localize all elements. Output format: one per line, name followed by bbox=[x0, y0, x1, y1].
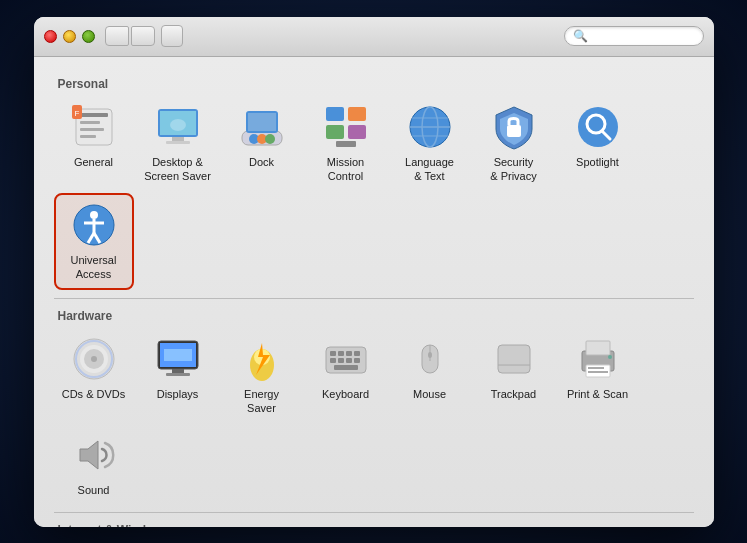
svg-rect-46 bbox=[172, 369, 184, 373]
pref-item-sound[interactable]: Sound bbox=[54, 425, 134, 503]
section-label-1: Hardware bbox=[58, 309, 694, 323]
svg-rect-18 bbox=[326, 107, 344, 121]
pref-icon-sound bbox=[70, 431, 118, 479]
pref-label-energy: Energy Saver bbox=[244, 387, 279, 416]
minimize-button[interactable] bbox=[63, 30, 76, 43]
pref-icon-spotlight bbox=[574, 103, 622, 151]
svg-point-29 bbox=[578, 107, 618, 147]
pref-item-dock[interactable]: Dock bbox=[222, 97, 302, 190]
show-all-button[interactable] bbox=[161, 25, 183, 47]
svg-rect-55 bbox=[354, 351, 360, 356]
svg-point-17 bbox=[265, 134, 275, 144]
search-input[interactable] bbox=[592, 29, 695, 43]
pref-label-language: Language & Text bbox=[405, 155, 454, 184]
pref-item-displays[interactable]: Displays bbox=[138, 329, 218, 422]
icon-grid-1: CDs & DVDs Displays Energy Saver Keyboar… bbox=[54, 329, 694, 504]
pref-icon-language bbox=[406, 103, 454, 151]
svg-rect-52 bbox=[330, 351, 336, 356]
pref-label-spotlight: Spotlight bbox=[576, 155, 619, 169]
section-label-2: Internet & Wireless bbox=[58, 523, 694, 527]
pref-icon-security bbox=[490, 103, 538, 151]
pref-item-print[interactable]: Print & Scan bbox=[558, 329, 638, 422]
divider-1 bbox=[54, 512, 694, 513]
svg-point-63 bbox=[428, 352, 432, 358]
pref-icon-trackpad bbox=[490, 335, 538, 383]
svg-rect-47 bbox=[166, 373, 190, 376]
nav-buttons bbox=[105, 26, 155, 46]
pref-item-universal[interactable]: Universal Access bbox=[54, 193, 134, 290]
section-internet---wireless: Internet & Wireless iCloud @ Mail, Conta… bbox=[54, 523, 694, 527]
svg-marker-72 bbox=[80, 441, 98, 469]
pref-item-spotlight[interactable]: Spotlight bbox=[558, 97, 638, 190]
svg-rect-54 bbox=[346, 351, 352, 356]
pref-item-energy[interactable]: Energy Saver bbox=[222, 329, 302, 422]
pref-item-mission[interactable]: Mission Control bbox=[306, 97, 386, 190]
svg-rect-70 bbox=[588, 371, 608, 373]
svg-point-71 bbox=[608, 355, 612, 359]
pref-icon-mission bbox=[322, 103, 370, 151]
pref-label-universal: Universal Access bbox=[71, 253, 117, 282]
svg-rect-28 bbox=[507, 125, 521, 137]
svg-rect-4 bbox=[80, 135, 96, 138]
svg-rect-1 bbox=[80, 113, 108, 117]
pref-item-keyboard[interactable]: Keyboard bbox=[306, 329, 386, 422]
pref-label-trackpad: Trackpad bbox=[491, 387, 536, 401]
forward-button[interactable] bbox=[131, 26, 155, 46]
pref-icon-print bbox=[574, 335, 622, 383]
pref-item-general[interactable]: F General bbox=[54, 97, 134, 190]
svg-rect-59 bbox=[354, 358, 360, 363]
pref-label-mouse: Mouse bbox=[413, 387, 446, 401]
pref-label-displays: Displays bbox=[157, 387, 199, 401]
close-button[interactable] bbox=[44, 30, 57, 43]
svg-rect-67 bbox=[586, 341, 610, 355]
search-box[interactable]: 🔍 bbox=[564, 26, 704, 46]
pref-icon-displays bbox=[154, 335, 202, 383]
pref-item-mouse[interactable]: Mouse bbox=[390, 329, 470, 422]
pref-label-dock: Dock bbox=[249, 155, 274, 169]
pref-icon-general: F bbox=[70, 103, 118, 151]
maximize-button[interactable] bbox=[82, 30, 95, 43]
pref-icon-dock bbox=[238, 103, 286, 151]
pref-label-cds: CDs & DVDs bbox=[62, 387, 126, 401]
pref-icon-mouse bbox=[406, 335, 454, 383]
pref-label-security: Security & Privacy bbox=[490, 155, 536, 184]
section-hardware: Hardware CDs & DVDs Displays Energy Save… bbox=[54, 309, 694, 513]
pref-item-trackpad[interactable]: Trackpad bbox=[474, 329, 554, 422]
svg-rect-57 bbox=[338, 358, 344, 363]
pref-icon-cds bbox=[70, 335, 118, 383]
svg-rect-69 bbox=[588, 367, 604, 369]
svg-rect-2 bbox=[80, 121, 100, 124]
pref-item-cds[interactable]: CDs & DVDs bbox=[54, 329, 134, 422]
svg-rect-56 bbox=[330, 358, 336, 363]
svg-rect-3 bbox=[80, 128, 104, 131]
svg-rect-22 bbox=[336, 141, 356, 147]
pref-icon-keyboard bbox=[322, 335, 370, 383]
pref-item-language[interactable]: Language & Text bbox=[390, 97, 470, 190]
section-personal: Personal F General Desktop & Screen Save… bbox=[54, 77, 694, 299]
svg-point-33 bbox=[90, 211, 98, 219]
search-icon: 🔍 bbox=[573, 29, 588, 43]
section-label-0: Personal bbox=[58, 77, 694, 91]
svg-rect-19 bbox=[348, 107, 366, 121]
pref-label-mission: Mission Control bbox=[327, 155, 364, 184]
svg-text:F: F bbox=[74, 109, 79, 118]
pref-item-desktop[interactable]: Desktop & Screen Saver bbox=[138, 97, 218, 190]
pref-icon-desktop bbox=[154, 103, 202, 151]
pref-label-keyboard: Keyboard bbox=[322, 387, 369, 401]
title-bar: 🔍 bbox=[34, 17, 714, 57]
traffic-lights bbox=[44, 30, 95, 43]
back-button[interactable] bbox=[105, 26, 129, 46]
svg-point-41 bbox=[91, 356, 97, 362]
icon-grid-0: F General Desktop & Screen Saver Dock Mi… bbox=[54, 97, 694, 290]
system-preferences-window: 🔍 Personal F General Desktop & Screen Sa… bbox=[34, 17, 714, 527]
svg-rect-11 bbox=[166, 141, 190, 144]
pref-icon-energy bbox=[238, 335, 286, 383]
pref-item-security[interactable]: Security & Privacy bbox=[474, 97, 554, 190]
svg-rect-20 bbox=[326, 125, 344, 139]
svg-rect-53 bbox=[338, 351, 344, 356]
divider-0 bbox=[54, 298, 694, 299]
pref-icon-universal bbox=[70, 201, 118, 249]
pref-label-sound: Sound bbox=[78, 483, 110, 497]
pref-label-desktop: Desktop & Screen Saver bbox=[144, 155, 211, 184]
svg-rect-60 bbox=[334, 365, 358, 370]
